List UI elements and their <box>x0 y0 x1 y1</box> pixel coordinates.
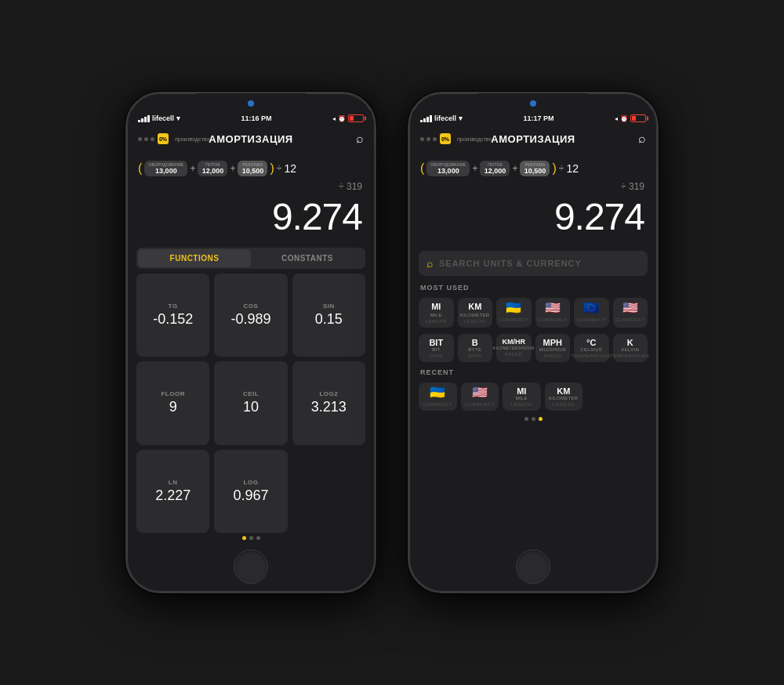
op-plus-1: + <box>190 163 195 174</box>
status-right-r: ◂ ⏰ <box>615 114 646 122</box>
left-vol-down-button-r <box>408 231 409 266</box>
carrier-name: lifecell <box>152 114 174 122</box>
recent-us-top: 🇺🇸 <box>472 386 488 399</box>
recent-ua-top: 🇺🇦 <box>430 386 445 399</box>
signal-bar-r-1 <box>420 120 423 122</box>
unit-byte-abbr: B <box>472 338 478 347</box>
left-vol-up-button-r <box>408 187 409 222</box>
unit-km[interactable]: KM KILOMETER LENGTH <box>458 298 493 328</box>
unit-us1[interactable]: 🇺🇸 CURRENCY <box>535 298 571 328</box>
recent-us[interactable]: 🇺🇸 CURRENCY <box>461 382 499 411</box>
result-main-right: 9.274 <box>420 192 646 243</box>
most-used-row-2: BIT BIT DATA B BYTE DATA KM/HR KILOMETER… <box>412 331 654 365</box>
alarm-icon-r: ⏰ <box>620 115 628 122</box>
nav-title-left: АМОРТИЗАЦИЯ <box>209 133 292 145</box>
page-dot-r-3-active <box>539 417 543 421</box>
page-dots-right <box>412 414 654 424</box>
flag-recent-ua: 🇺🇦 <box>430 386 445 399</box>
result-secondary-line: ÷ 319 <box>138 181 364 192</box>
home-button-r[interactable] <box>516 549 550 584</box>
search-icon: ⌕ <box>426 257 433 270</box>
unit-km-abbr: KM <box>468 302 481 311</box>
func-floor[interactable]: FLOOR 9 <box>136 361 209 444</box>
chip-stream[interactable]: ПОТОК 12,000 <box>198 161 227 176</box>
chip-equipment-r[interactable]: ОБОРУДОВАНИЕ 13,000 <box>426 161 470 176</box>
chip-value-equipment: 13,000 <box>155 167 177 175</box>
func-cos-label: COS <box>244 303 259 310</box>
search-button-left[interactable]: ⌕ <box>356 132 364 146</box>
unit-eu[interactable]: 🇪🇺 CURRENCY <box>574 298 609 328</box>
unit-us2[interactable]: 🇺🇸 CURRENCY <box>613 298 648 328</box>
chip-ads[interactable]: РЕКЛАМА 10,500 <box>238 161 267 176</box>
chip-value-ads-r: 10,500 <box>524 167 546 175</box>
unit-kelvin-abbr: K <box>627 338 633 347</box>
func-log2[interactable]: LOG2 3.213 <box>292 361 365 444</box>
expression-line-r: ( ОБОРУДОВАНИЕ 13,000 + ПОТОК 12,000 + Р… <box>420 158 646 179</box>
chip-stream-r[interactable]: ПОТОК 12,000 <box>480 161 510 176</box>
unit-mph[interactable]: MPH MILES/HOUR SPEED <box>535 334 571 362</box>
div-op-1-r: ÷ <box>559 163 564 174</box>
func-log-value: 0.967 <box>233 487 268 504</box>
unit-kmh[interactable]: KM/HR KILOMETERS/HOUR SPEED <box>496 334 532 362</box>
wifi-indicator: ▾ <box>176 114 180 122</box>
nav-bar-left: 0% производство АМОРТИЗАЦИЯ ⌕ <box>130 126 372 151</box>
recent-mi[interactable]: MI MILE LENGTH <box>503 382 541 411</box>
chip-equipment[interactable]: ОБОРУДОВАНИЕ 13,000 <box>144 161 187 176</box>
unit-us2-cat: CURRENCY <box>615 317 645 322</box>
unit-celsius-abbr: °C <box>586 338 596 347</box>
recent-km-abbr: KM <box>557 386 570 396</box>
search-bar[interactable]: ⌕ SEARCH UNITS & CURRENCY <box>419 251 648 276</box>
func-log[interactable]: LOG 0.967 <box>214 450 287 533</box>
bracket-open: ( <box>138 161 142 176</box>
nav-bar-right: 0% производство АМОРТИЗАЦИЯ ⌕ <box>412 126 654 151</box>
recent-ua-cat: CURRENCY <box>423 402 452 407</box>
unit-ua-top: 🇺🇦 <box>506 302 521 314</box>
wifi-indicator-r: ▾ <box>459 114 463 122</box>
recent-ua[interactable]: 🇺🇦 CURRENCY <box>419 382 457 411</box>
nav-subtitle: производство <box>175 136 209 142</box>
func-sin[interactable]: SIN 0.15 <box>292 274 365 357</box>
search-button-right[interactable]: ⌕ <box>638 132 646 146</box>
status-right: ◂ ⏰ <box>332 114 364 122</box>
unit-bit[interactable]: BIT BIT DATA <box>419 334 454 362</box>
op-plus-2-r: + <box>512 163 517 174</box>
status-bar-r: lifecell ▾ 11:17 PM ◂ ⏰ <box>412 111 654 126</box>
nav-title-right: АМОРТИЗАЦИЯ <box>491 133 575 145</box>
recent-mi-name: MILE <box>516 396 528 400</box>
unit-kelvin-cat: TEMPERATURE <box>611 353 650 358</box>
flag-us1: 🇺🇸 <box>545 302 561 314</box>
unit-mi[interactable]: MI MILE LENGTH <box>419 298 454 328</box>
unit-km-top: KM <box>468 302 481 311</box>
unit-kelvin[interactable]: K KELVIN TEMPERATURE <box>613 334 648 362</box>
signal-bars-r <box>420 115 432 122</box>
recent-km[interactable]: KM KILOMETER LENGTH <box>545 382 583 411</box>
unit-mi-top: MI <box>431 302 441 311</box>
speaker-dot <box>248 100 254 107</box>
unit-mph-abbr: MPH <box>543 338 562 347</box>
tab-constants[interactable]: CONSTANTS <box>251 249 364 267</box>
func-tg[interactable]: TG -0.152 <box>136 274 209 357</box>
home-button[interactable] <box>234 549 268 584</box>
recent-mi-cat: LENGTH <box>511 402 532 407</box>
unit-celsius-cat: TEMPERATURE <box>572 353 611 358</box>
tab-functions[interactable]: FUNCTIONS <box>138 249 251 267</box>
func-ceil[interactable]: CEIL 10 <box>214 361 287 444</box>
unit-ua[interactable]: 🇺🇦 CURRENCY <box>496 298 532 328</box>
func-cos[interactable]: COS -0.989 <box>214 274 287 357</box>
nav-dot-r-2 <box>426 137 430 141</box>
unit-celsius[interactable]: °C CELSIUS TEMPERATURE <box>574 334 609 362</box>
func-tg-value: -0.152 <box>153 311 193 328</box>
func-ln[interactable]: LN 2.227 <box>136 450 209 533</box>
page-dots-left <box>130 533 372 543</box>
bracket-close: ) <box>270 161 274 176</box>
chip-ads-r[interactable]: РЕКЛАМА 10,500 <box>520 161 550 176</box>
unit-us2-top: 🇺🇸 <box>622 302 638 314</box>
nav-dot-1 <box>138 137 142 141</box>
unit-eu-cat: CURRENCY <box>576 317 606 322</box>
unit-byte[interactable]: B BYTE DATA <box>458 334 493 362</box>
chip-value-equipment-r: 13,000 <box>437 167 459 175</box>
signal-bar-3 <box>144 117 147 122</box>
flag-us2: 🇺🇸 <box>622 302 638 314</box>
unit-celsius-name: CELSIUS <box>580 347 602 352</box>
unit-mph-cat: SPEED <box>543 353 561 358</box>
